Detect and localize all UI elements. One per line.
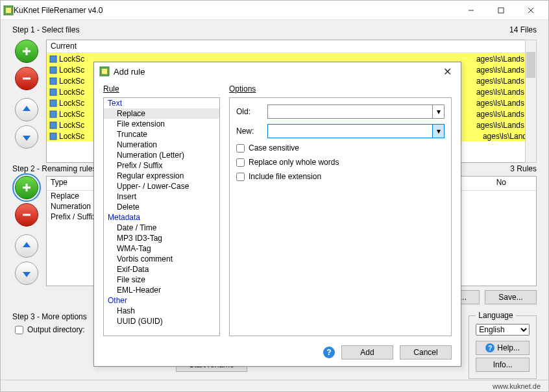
rule-item[interactable]: Exif-Data (104, 264, 219, 275)
svg-rect-16 (50, 111, 56, 117)
rule-item[interactable]: WMA-Tag (104, 243, 219, 254)
move-up-button[interactable] (15, 98, 38, 121)
options-column-label: Options (229, 84, 452, 93)
file-icon (49, 99, 57, 107)
rule-item[interactable]: Regular expression (104, 171, 219, 181)
old-label: Old: (236, 107, 267, 116)
step3-label: Step 3 - More options (12, 312, 87, 321)
help-button[interactable]: ?Help... (476, 341, 530, 355)
svg-marker-9 (23, 106, 30, 111)
file-icon (49, 132, 57, 140)
file-icon (49, 55, 57, 63)
window-title: KuKnet FileRenamer v4.0 (14, 6, 456, 15)
rule-item[interactable]: Hash (104, 306, 219, 316)
file-icon (49, 110, 57, 118)
rule-category: Other (104, 295, 219, 306)
dialog-icon (99, 66, 110, 77)
add-rule-button[interactable] (15, 176, 38, 199)
rule-item[interactable]: Numeration (Letter) (104, 150, 219, 160)
svg-rect-3 (498, 8, 504, 13)
minimize-button[interactable] (456, 1, 486, 20)
rule-item[interactable]: Replace (104, 108, 219, 119)
svg-marker-23 (23, 272, 30, 277)
save-ruleset-button[interactable]: Save... (485, 290, 537, 304)
filelist-column: Current (47, 40, 536, 53)
whole-words-checkbox[interactable]: Replace only whole words (236, 158, 445, 167)
rule-down-button[interactable] (15, 262, 38, 285)
titlebar: KuKnet FileRenamer v4.0 (1, 1, 548, 20)
case-sensitive-checkbox[interactable]: Case sensitive (236, 143, 445, 153)
step2-label: Step 2 - Renaming rules (12, 164, 96, 173)
rules-col-extra: No (496, 178, 506, 189)
new-input[interactable]: ▾ (267, 124, 445, 138)
rule-item[interactable]: File extension (104, 119, 219, 129)
file-list-scrollbar[interactable] (525, 40, 537, 163)
language-select[interactable]: English (476, 324, 530, 336)
statusbar: www.kuknet.de (1, 380, 548, 391)
options-panel: Old: ▾ New: ▾ Case sensitive Replace onl… (229, 97, 452, 336)
rule-item[interactable]: MP3 ID3-Tag (104, 233, 219, 243)
svg-marker-10 (23, 136, 30, 141)
rule-item[interactable]: Insert (104, 191, 219, 202)
files-count: 14 Files (509, 25, 537, 34)
svg-rect-17 (50, 122, 56, 129)
dialog-add-button[interactable]: Add (341, 345, 393, 360)
maximize-button[interactable] (486, 1, 516, 20)
file-icon (49, 121, 57, 129)
svg-rect-11 (50, 56, 56, 62)
svg-rect-1 (6, 8, 11, 13)
language-group: Language English ?Help... Info... (469, 311, 537, 379)
dialog-help-button[interactable]: ? (323, 347, 335, 358)
remove-file-button[interactable] (15, 67, 38, 90)
svg-rect-13 (50, 78, 56, 84)
rule-column-label: Rule (103, 84, 220, 93)
file-icon (49, 88, 57, 96)
dialog-cancel-button[interactable]: Cancel (400, 345, 452, 360)
output-dir-checkbox[interactable]: Output directory: (15, 325, 85, 334)
rule-up-button[interactable] (15, 234, 38, 258)
old-input[interactable]: ▾ (267, 104, 445, 119)
rule-item[interactable]: Delete (104, 202, 219, 212)
add-rule-dialog: Add rule ✕ Rule TextReplaceFile extensio… (93, 62, 461, 367)
remove-rule-button[interactable] (15, 203, 38, 227)
rule-item[interactable]: EML-Header (104, 285, 219, 295)
rules-col-type: Type (51, 178, 67, 189)
svg-rect-12 (50, 67, 56, 73)
move-down-button[interactable] (15, 125, 38, 149)
rule-item[interactable]: Vorbis comment (104, 254, 219, 264)
rule-item[interactable]: Date / Time (104, 223, 219, 233)
svg-rect-25 (102, 69, 107, 74)
svg-rect-15 (50, 100, 56, 106)
statusbar-url: www.kuknet.de (493, 382, 541, 390)
rule-item[interactable]: UUID (GUID) (104, 316, 219, 326)
chevron-down-icon[interactable]: ▾ (432, 105, 444, 118)
rule-item[interactable]: Numeration (104, 140, 219, 150)
dialog-close-button[interactable]: ✕ (439, 66, 456, 78)
chevron-down-icon[interactable]: ▾ (432, 125, 444, 138)
app-icon (3, 5, 14, 16)
rule-item[interactable]: Truncate (104, 129, 219, 140)
svg-rect-18 (50, 133, 56, 140)
close-button[interactable] (516, 1, 546, 20)
rules-count: 3 Rules (510, 164, 537, 173)
add-file-button[interactable] (15, 40, 38, 63)
rule-category: Text (104, 98, 219, 108)
file-icon (49, 77, 57, 85)
rule-item[interactable]: Prefix / Suffix (104, 160, 219, 171)
rule-item[interactable]: Upper- / Lower-Case (104, 181, 219, 191)
step1-label: Step 1 - Select files (12, 25, 79, 34)
svg-marker-22 (23, 242, 30, 247)
rule-category-list[interactable]: TextReplaceFile extensionTruncateNumerat… (103, 97, 220, 336)
new-label: New: (236, 127, 267, 136)
file-icon (49, 66, 57, 74)
rule-item[interactable]: File size (104, 275, 219, 285)
rule-category: Metadata (104, 212, 219, 223)
dialog-title: Add rule (114, 67, 439, 77)
info-button[interactable]: Info... (476, 358, 530, 372)
svg-rect-14 (50, 89, 56, 95)
include-extension-checkbox[interactable]: Include file extension (236, 172, 445, 181)
